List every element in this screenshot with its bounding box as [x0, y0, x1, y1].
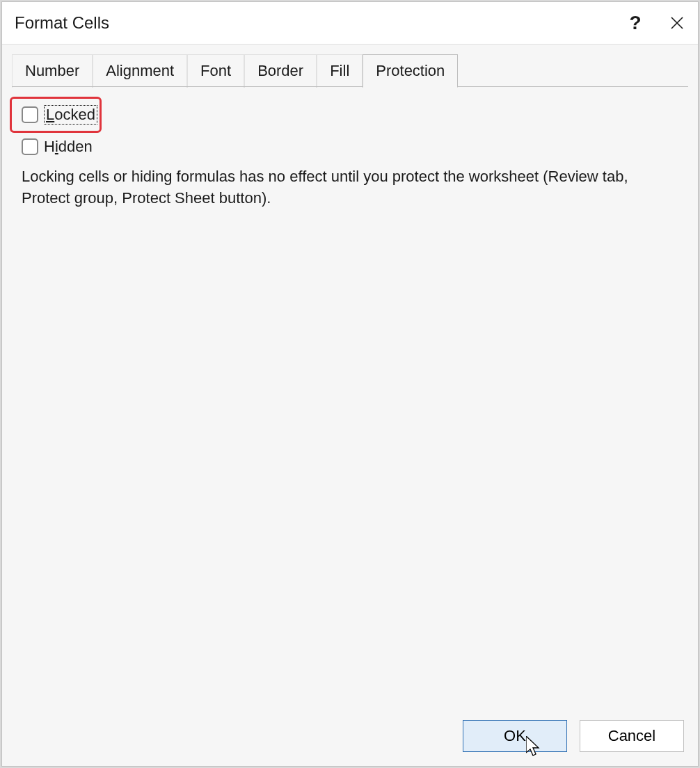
tab-fill[interactable]: Fill — [317, 54, 363, 88]
protection-help-text: Locking cells or hiding formulas has no … — [22, 166, 678, 209]
help-button[interactable]: ? — [614, 2, 656, 44]
tab-border[interactable]: Border — [244, 54, 317, 88]
dialog-body: Number Alignment Font Border Fill Protec… — [2, 44, 698, 766]
close-icon — [670, 16, 684, 30]
locked-checkbox-row[interactable]: Locked — [22, 101, 678, 129]
cancel-button[interactable]: Cancel — [580, 720, 684, 752]
tab-alignment[interactable]: Alignment — [93, 54, 187, 88]
tab-number[interactable]: Number — [12, 54, 93, 88]
cursor-icon — [526, 736, 543, 758]
tab-strip: Number Alignment Font Border Fill Protec… — [12, 54, 458, 88]
locked-label: Locked — [44, 105, 97, 125]
close-button[interactable] — [656, 2, 698, 44]
ok-button[interactable]: OK — [463, 720, 567, 752]
protection-panel: Locked Hidden Locking cells or hiding fo… — [12, 86, 688, 707]
format-cells-dialog: Format Cells ? Number Alignment Font Bor… — [1, 1, 699, 767]
dialog-title: Format Cells — [15, 13, 109, 33]
titlebar: Format Cells ? — [2, 2, 698, 44]
svg-marker-2 — [526, 736, 539, 755]
locked-checkbox[interactable] — [22, 106, 38, 123]
hidden-checkbox-row[interactable]: Hidden — [22, 133, 678, 161]
tab-font[interactable]: Font — [187, 54, 244, 88]
hidden-checkbox[interactable] — [22, 138, 38, 155]
dialog-buttons: OK Cancel — [463, 720, 684, 752]
hidden-label: Hidden — [44, 138, 93, 156]
tab-protection[interactable]: Protection — [363, 54, 458, 88]
